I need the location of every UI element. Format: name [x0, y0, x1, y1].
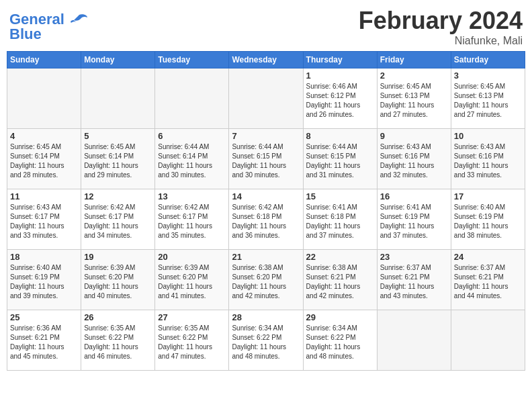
- day-info: Sunrise: 6:42 AM Sunset: 6:18 PM Dayligh…: [232, 203, 300, 240]
- day-info: Sunrise: 6:42 AM Sunset: 6:17 PM Dayligh…: [158, 203, 226, 240]
- calendar-cell: 29Sunrise: 6:34 AM Sunset: 6:22 PM Dayli…: [303, 310, 377, 371]
- day-number: 22: [306, 252, 374, 262]
- calendar-cell: 21Sunrise: 6:38 AM Sunset: 6:20 PM Dayli…: [229, 250, 303, 310]
- calendar-cell: 9Sunrise: 6:43 AM Sunset: 6:16 PM Daylig…: [377, 129, 451, 189]
- day-info: Sunrise: 6:34 AM Sunset: 6:22 PM Dayligh…: [232, 324, 300, 361]
- weekday-header-sunday: Sunday: [7, 52, 81, 68]
- logo: General Blue: [9, 11, 89, 43]
- calendar-cell: [451, 310, 525, 371]
- day-info: Sunrise: 6:38 AM Sunset: 6:21 PM Dayligh…: [306, 263, 374, 301]
- calendar-cell: 5Sunrise: 6:45 AM Sunset: 6:14 PM Daylig…: [81, 129, 155, 189]
- day-number: 13: [158, 191, 226, 201]
- day-info: Sunrise: 6:37 AM Sunset: 6:21 PM Dayligh…: [380, 263, 448, 301]
- day-number: 11: [10, 191, 78, 201]
- day-info: Sunrise: 6:36 AM Sunset: 6:21 PM Dayligh…: [10, 324, 78, 361]
- calendar-week-row: 18Sunrise: 6:40 AM Sunset: 6:19 PM Dayli…: [7, 250, 525, 310]
- day-info: Sunrise: 6:38 AM Sunset: 6:20 PM Dayligh…: [232, 263, 300, 301]
- day-info: Sunrise: 6:44 AM Sunset: 6:14 PM Dayligh…: [158, 142, 226, 180]
- calendar-cell: [155, 68, 229, 129]
- day-number: 21: [232, 252, 300, 262]
- day-info: Sunrise: 6:46 AM Sunset: 6:12 PM Dayligh…: [306, 82, 374, 120]
- calendar-cell: 25Sunrise: 6:36 AM Sunset: 6:21 PM Dayli…: [7, 310, 81, 371]
- day-info: Sunrise: 6:39 AM Sunset: 6:20 PM Dayligh…: [158, 263, 226, 301]
- day-number: 14: [232, 191, 300, 201]
- day-info: Sunrise: 6:45 AM Sunset: 6:13 PM Dayligh…: [380, 82, 448, 120]
- calendar-cell: 20Sunrise: 6:39 AM Sunset: 6:20 PM Dayli…: [155, 250, 229, 310]
- day-info: Sunrise: 6:43 AM Sunset: 6:17 PM Dayligh…: [10, 203, 78, 240]
- day-number: 2: [380, 71, 448, 81]
- logo-bird-icon: [70, 13, 89, 27]
- calendar-cell: 15Sunrise: 6:41 AM Sunset: 6:18 PM Dayli…: [303, 189, 377, 250]
- calendar-cell: 19Sunrise: 6:39 AM Sunset: 6:20 PM Dayli…: [81, 250, 155, 310]
- calendar-cell: 28Sunrise: 6:34 AM Sunset: 6:22 PM Dayli…: [229, 310, 303, 371]
- day-number: 15: [306, 191, 374, 201]
- calendar-table: SundayMondayTuesdayWednesdayThursdayFrid…: [7, 51, 525, 371]
- title-block: February 2024 Niafunke, Mali: [359, 7, 523, 47]
- calendar-week-row: 4Sunrise: 6:45 AM Sunset: 6:14 PM Daylig…: [7, 129, 525, 189]
- day-number: 10: [454, 131, 522, 141]
- day-number: 26: [84, 312, 152, 322]
- day-info: Sunrise: 6:41 AM Sunset: 6:18 PM Dayligh…: [306, 203, 374, 240]
- calendar-cell: 12Sunrise: 6:42 AM Sunset: 6:17 PM Dayli…: [81, 189, 155, 250]
- calendar-cell: 23Sunrise: 6:37 AM Sunset: 6:21 PM Dayli…: [377, 250, 451, 310]
- day-info: Sunrise: 6:35 AM Sunset: 6:22 PM Dayligh…: [158, 324, 226, 361]
- calendar-cell: [7, 68, 81, 129]
- day-info: Sunrise: 6:45 AM Sunset: 6:14 PM Dayligh…: [10, 142, 78, 180]
- calendar-subtitle: Niafunke, Mali: [359, 35, 523, 47]
- calendar-cell: 2Sunrise: 6:45 AM Sunset: 6:13 PM Daylig…: [377, 68, 451, 129]
- calendar-cell: 16Sunrise: 6:41 AM Sunset: 6:19 PM Dayli…: [377, 189, 451, 250]
- calendar-cell: 18Sunrise: 6:40 AM Sunset: 6:19 PM Dayli…: [7, 250, 81, 310]
- day-number: 20: [158, 252, 226, 262]
- calendar-cell: [377, 310, 451, 371]
- calendar-cell: 6Sunrise: 6:44 AM Sunset: 6:14 PM Daylig…: [155, 129, 229, 189]
- day-info: Sunrise: 6:45 AM Sunset: 6:13 PM Dayligh…: [454, 82, 522, 120]
- calendar-cell: 13Sunrise: 6:42 AM Sunset: 6:17 PM Dayli…: [155, 189, 229, 250]
- day-info: Sunrise: 6:43 AM Sunset: 6:16 PM Dayligh…: [380, 142, 448, 180]
- day-number: 6: [158, 131, 226, 141]
- calendar-cell: 4Sunrise: 6:45 AM Sunset: 6:14 PM Daylig…: [7, 129, 81, 189]
- calendar-week-row: 25Sunrise: 6:36 AM Sunset: 6:21 PM Dayli…: [7, 310, 525, 371]
- day-number: 19: [84, 252, 152, 262]
- day-number: 28: [232, 312, 300, 322]
- calendar-week-row: 11Sunrise: 6:43 AM Sunset: 6:17 PM Dayli…: [7, 189, 525, 250]
- day-info: Sunrise: 6:43 AM Sunset: 6:16 PM Dayligh…: [454, 142, 522, 180]
- day-info: Sunrise: 6:42 AM Sunset: 6:17 PM Dayligh…: [84, 203, 152, 240]
- weekday-header-friday: Friday: [377, 52, 451, 68]
- weekday-header-thursday: Thursday: [303, 52, 377, 68]
- page-header: General Blue February 2024 Niafunke, Mal…: [7, 7, 525, 47]
- day-number: 8: [306, 131, 374, 141]
- day-number: 29: [306, 312, 374, 322]
- day-info: Sunrise: 6:45 AM Sunset: 6:14 PM Dayligh…: [84, 142, 152, 180]
- day-number: 12: [84, 191, 152, 201]
- calendar-cell: 14Sunrise: 6:42 AM Sunset: 6:18 PM Dayli…: [229, 189, 303, 250]
- calendar-header: SundayMondayTuesdayWednesdayThursdayFrid…: [7, 52, 525, 68]
- day-info: Sunrise: 6:44 AM Sunset: 6:15 PM Dayligh…: [306, 142, 374, 180]
- day-info: Sunrise: 6:34 AM Sunset: 6:22 PM Dayligh…: [306, 324, 374, 361]
- day-info: Sunrise: 6:44 AM Sunset: 6:15 PM Dayligh…: [232, 142, 300, 180]
- calendar-cell: 7Sunrise: 6:44 AM Sunset: 6:15 PM Daylig…: [229, 129, 303, 189]
- day-number: 5: [84, 131, 152, 141]
- calendar-cell: 8Sunrise: 6:44 AM Sunset: 6:15 PM Daylig…: [303, 129, 377, 189]
- day-info: Sunrise: 6:40 AM Sunset: 6:19 PM Dayligh…: [10, 263, 78, 301]
- day-number: 9: [380, 131, 448, 141]
- day-number: 1: [306, 71, 374, 81]
- day-info: Sunrise: 6:40 AM Sunset: 6:19 PM Dayligh…: [454, 203, 522, 240]
- day-number: 24: [454, 252, 522, 262]
- day-info: Sunrise: 6:35 AM Sunset: 6:22 PM Dayligh…: [84, 324, 152, 361]
- calendar-cell: 22Sunrise: 6:38 AM Sunset: 6:21 PM Dayli…: [303, 250, 377, 310]
- calendar-cell: 27Sunrise: 6:35 AM Sunset: 6:22 PM Dayli…: [155, 310, 229, 371]
- weekday-header-tuesday: Tuesday: [155, 52, 229, 68]
- calendar-cell: 3Sunrise: 6:45 AM Sunset: 6:13 PM Daylig…: [451, 68, 525, 129]
- calendar-cell: [81, 68, 155, 129]
- day-number: 4: [10, 131, 78, 141]
- weekday-header-wednesday: Wednesday: [229, 52, 303, 68]
- calendar-title: February 2024: [359, 7, 523, 35]
- calendar-cell: 17Sunrise: 6:40 AM Sunset: 6:19 PM Dayli…: [451, 189, 525, 250]
- day-number: 3: [454, 71, 522, 81]
- day-info: Sunrise: 6:37 AM Sunset: 6:21 PM Dayligh…: [454, 263, 522, 301]
- day-info: Sunrise: 6:41 AM Sunset: 6:19 PM Dayligh…: [380, 203, 448, 240]
- calendar-cell: 24Sunrise: 6:37 AM Sunset: 6:21 PM Dayli…: [451, 250, 525, 310]
- day-number: 7: [232, 131, 300, 141]
- day-number: 18: [10, 252, 78, 262]
- weekday-header-monday: Monday: [81, 52, 155, 68]
